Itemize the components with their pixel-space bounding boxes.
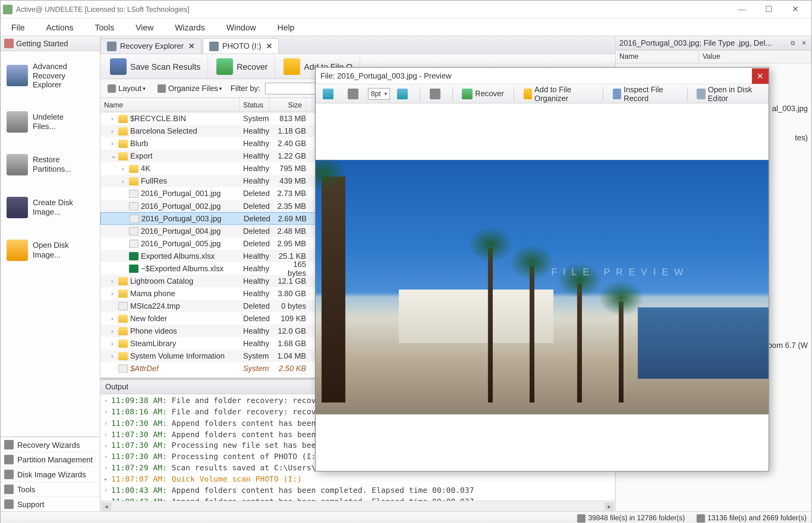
file-name-cell: 2016_Portugal_003.jpg — [105, 214, 244, 223]
file-name-cell: ›Blurb — [104, 139, 243, 148]
preview-recover-button[interactable]: Recover — [457, 87, 509, 101]
expand-arrow-icon[interactable]: › — [111, 315, 118, 322]
log-text: Append folders content has been c — [167, 429, 325, 440]
sidebar-tool-item[interactable]: AdvancedRecoveryExplorer — [3, 57, 98, 94]
tab-close-button[interactable]: ✕ — [266, 42, 272, 51]
toolbar-button[interactable]: Recover — [209, 55, 275, 78]
status-left: 39848 file(s) in 12786 folder(s) — [577, 514, 685, 523]
document-tabs: Recovery Explorer✕PHOTO (I:)✕ — [100, 36, 615, 54]
preview-refresh-button[interactable] — [392, 87, 414, 101]
tab-close-button[interactable]: ✕ — [188, 42, 195, 51]
expand-arrow-icon[interactable]: › — [122, 178, 129, 184]
file-status: Healthy — [243, 264, 273, 273]
preview-font-select[interactable]: 8pt — [368, 88, 390, 100]
log-text: Scan results saved at C:\Users\Se — [167, 463, 325, 474]
menu-view[interactable]: View — [125, 19, 164, 36]
expand-arrow-icon[interactable]: › — [111, 290, 118, 296]
column-size[interactable]: Size — [269, 98, 306, 112]
menu-tools[interactable]: Tools — [84, 19, 125, 36]
palm-shape — [488, 248, 493, 402]
menu-window[interactable]: Window — [216, 19, 267, 36]
log-line[interactable]: ›11:00:43 AM: Append folders content has… — [104, 496, 612, 501]
prop-col-value[interactable]: Value — [699, 51, 811, 63]
column-name[interactable]: Name — [100, 98, 240, 112]
file-name: 2016_Portugal_005.jpg — [141, 239, 221, 248]
separator — [687, 87, 687, 101]
column-status[interactable]: Status — [240, 98, 269, 112]
properties-pin-button[interactable]: ⧉ — [789, 39, 797, 47]
log-arrow-icon: › — [104, 441, 111, 450]
menu-actions[interactable]: Actions — [35, 19, 84, 36]
tab-label: PHOTO (I:) — [222, 42, 261, 51]
link-icon — [4, 485, 14, 494]
organize-files-button[interactable]: Organize Files ▾ — [154, 82, 226, 95]
document-tab[interactable]: PHOTO (I:)✕ — [203, 38, 279, 54]
scroll-left-button[interactable]: ◂ — [102, 502, 111, 510]
preview-settings-button[interactable] — [425, 87, 447, 101]
separator — [603, 87, 603, 101]
file-name-cell: ›Phone videos — [104, 326, 243, 335]
expand-arrow-icon[interactable]: › — [111, 128, 118, 134]
document-tab[interactable]: Recovery Explorer✕ — [100, 38, 202, 54]
file-name: 2016_Portugal_003.jpg — [142, 214, 222, 223]
file-size: 12.0 GB — [273, 326, 310, 335]
file-status: Deleted — [243, 227, 273, 235]
log-timestamp: 11:07:30 AM: — [111, 429, 167, 440]
scroll-right-button[interactable]: ▸ — [605, 502, 614, 510]
expand-arrow-icon[interactable]: › — [111, 115, 118, 122]
sidebar-bottom-link[interactable]: Recovery Wizards — [1, 437, 100, 452]
menu-help[interactable]: Help — [266, 19, 305, 36]
preview-hex-mode-button[interactable] — [343, 87, 366, 101]
layout-button[interactable]: Layout ▾ — [104, 82, 149, 95]
palm-shape — [322, 177, 346, 402]
expand-arrow-icon[interactable]: › — [111, 340, 118, 346]
sidebar-bottom-link[interactable]: Tools — [1, 482, 100, 497]
sidebar-bottom-link[interactable]: Partition Management — [1, 452, 100, 467]
sidebar-bottom-link[interactable]: Disk Image Wizards — [1, 467, 100, 482]
log-line[interactable]: ▸11:07:07 AM: Quick Volume scan PHOTO (I… — [104, 474, 612, 485]
expand-arrow-icon[interactable]: › — [111, 140, 118, 147]
doc-icon — [118, 302, 128, 310]
folder-icon — [118, 314, 128, 322]
file-name-cell: ›Mama phone — [104, 289, 243, 298]
preview-inspect-button[interactable]: Inspect File Record — [608, 83, 682, 104]
preview-title: File: 2016_Portugal_003.jpg - Preview — [320, 71, 752, 80]
prop-col-name[interactable]: Name — [616, 51, 699, 63]
minimize-button[interactable]: — — [728, 1, 755, 18]
tab-icon — [209, 41, 219, 51]
sidebar-bottom-link[interactable]: Support — [1, 497, 100, 511]
properties-close-button[interactable]: ✕ — [799, 39, 808, 47]
close-button[interactable]: ✕ — [782, 1, 809, 18]
image-icon — [322, 88, 333, 99]
sidebar-tool-item[interactable]: UndeleteFiles... — [3, 106, 98, 137]
menu-wizards[interactable]: Wizards — [164, 19, 216, 36]
expand-arrow-icon[interactable]: › — [111, 328, 118, 334]
palm-shape — [577, 284, 582, 403]
menu-file[interactable]: File — [1, 19, 35, 36]
maximize-button[interactable]: ☐ — [755, 1, 782, 18]
preview-image-mode-button[interactable] — [318, 87, 340, 101]
preview-add-organizer-button[interactable]: Add to File Organizer — [519, 83, 598, 104]
folder-icon — [129, 164, 139, 173]
output-hscrollbar[interactable]: ◂ ▸ — [100, 501, 615, 511]
log-text: Processing content of PHOTO (I:) — [167, 451, 325, 463]
sidebar-tool-item[interactable]: RestorePartitions... — [3, 149, 98, 180]
sidebar-tool-item[interactable]: Create DiskImage... — [3, 192, 98, 223]
preview-title-bar[interactable]: File: 2016_Portugal_003.jpg - Preview ✕ — [316, 68, 769, 85]
expand-arrow-icon[interactable]: ⌄ — [111, 153, 118, 159]
folder-icon — [118, 339, 128, 347]
log-line[interactable]: ›11:00:43 AM: Append folders content has… — [104, 485, 612, 496]
preview-disk-editor-button[interactable]: Open in Disk Editor — [692, 83, 767, 104]
file-name: 4K — [141, 164, 150, 173]
doc-icon — [129, 190, 139, 198]
toolbar-button[interactable]: Save Scan Results — [103, 55, 208, 78]
sidebar-tool-item[interactable]: Open DiskImage... — [3, 235, 98, 266]
log-timestamp: 11:07:30 AM: — [111, 418, 167, 429]
file-name: Mama phone — [130, 289, 175, 298]
preview-close-button[interactable]: ✕ — [752, 68, 769, 84]
expand-arrow-icon[interactable]: › — [111, 353, 118, 359]
expand-arrow-icon[interactable]: › — [111, 278, 118, 284]
file-name-cell: ›$RECYCLE.BIN — [104, 114, 243, 123]
toolbar-button-label: Recover — [237, 61, 268, 71]
expand-arrow-icon[interactable]: › — [122, 165, 129, 172]
